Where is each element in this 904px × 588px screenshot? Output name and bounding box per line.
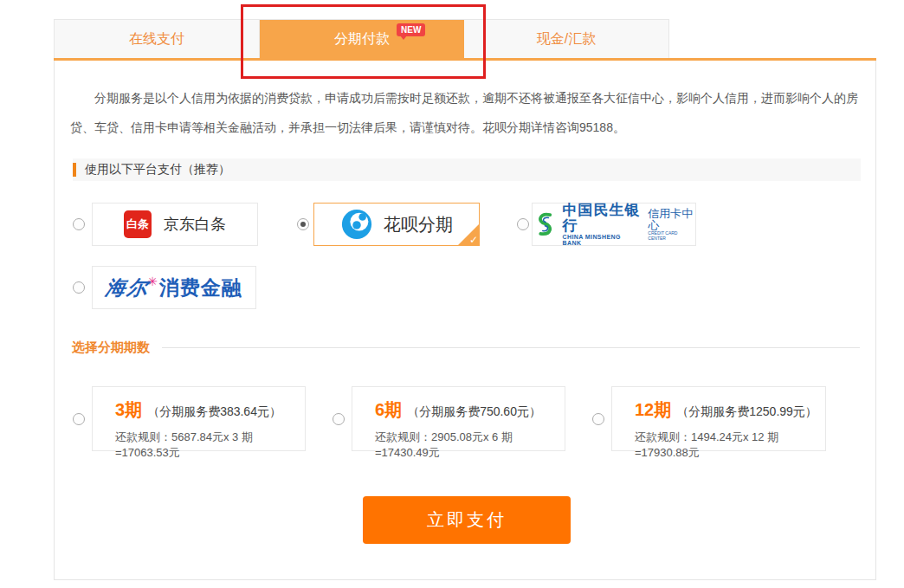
installment-6-line1: 6期 （分期服务费750.60元） bbox=[375, 398, 565, 422]
minsheng-name-block: 中国民生银行 CHINA MINSHENG BANK bbox=[563, 203, 642, 246]
platform-option-jd-baitiao[interactable]: 白条 京东白条 bbox=[92, 203, 258, 246]
installment-option-6[interactable]: 6期 （分期服务费750.60元） 还款规则：2905.08元x 6 期=174… bbox=[352, 386, 565, 451]
haier-logo: 海尔 ✳ 消费金融 bbox=[106, 275, 242, 301]
installment-section-title: 选择分期期数 bbox=[72, 339, 150, 356]
radio-huabei[interactable] bbox=[297, 218, 309, 230]
radio-haier[interactable] bbox=[73, 281, 85, 294]
installment-12-rule: 还款规则：1494.24元x 12 期=17930.88元 bbox=[635, 430, 825, 461]
radio-installment-6[interactable] bbox=[333, 413, 345, 425]
orange-bar-icon bbox=[73, 163, 76, 177]
installment-6-rule: 还款规则：2905.08元x 6 期=17430.49元 bbox=[375, 430, 565, 461]
huabei-label: 花呗分期 bbox=[384, 213, 453, 236]
jd-baitiao-label: 京东白条 bbox=[164, 214, 226, 235]
minsheng-logo: 中国民生银行 CHINA MINSHENG BANK 信用卡中心 CREDIT … bbox=[533, 203, 695, 246]
platform-option-haier[interactable]: 海尔 ✳ 消费金融 bbox=[92, 266, 256, 309]
installment-option-12[interactable]: 12期 （分期服务费1250.99元） 还款规则：1494.24元x 12 期=… bbox=[611, 386, 826, 451]
radio-installment-3[interactable] bbox=[73, 413, 85, 425]
platform-section-header: 使用以下平台支付（推荐） bbox=[73, 158, 861, 181]
installment-12-line1: 12期 （分期服务费1250.99元） bbox=[635, 398, 825, 422]
radio-installment-12[interactable] bbox=[592, 413, 604, 425]
installment-12-fee: （分期服务费1250.99元） bbox=[676, 404, 817, 420]
section-divider-line bbox=[162, 347, 860, 348]
payment-page: 在线支付 分期付款 NEW 现金/汇款 分期服务是以个人信用为依据的消费贷款，申… bbox=[0, 0, 904, 588]
tab-online-payment[interactable]: 在线支付 bbox=[55, 20, 260, 59]
installment-panel: 分期服务是以个人信用为依据的消费贷款，申请成功后需按时足额还款，逾期不还将被通报… bbox=[54, 61, 876, 580]
minsheng-cardcenter-en-label: CREDIT CARD CENTER bbox=[648, 231, 695, 241]
radio-minsheng[interactable] bbox=[517, 218, 529, 230]
check-icon: ✓ bbox=[469, 234, 478, 246]
payment-method-tabs: 在线支付 分期付款 NEW 现金/汇款 bbox=[54, 19, 669, 59]
installment-section-header: 选择分期期数 bbox=[72, 339, 860, 356]
installment-option-3[interactable]: 3期 （分期服务费383.64元） 还款规则：5687.84元x 3 期=170… bbox=[92, 386, 306, 451]
radio-jd-baitiao[interactable] bbox=[73, 218, 85, 230]
platform-section-title: 使用以下平台支付（推荐） bbox=[85, 162, 230, 178]
minsheng-cardcenter-cn-label: 信用卡中心 bbox=[648, 208, 695, 231]
haier-rest-label: 消费金融 bbox=[159, 275, 242, 301]
tab-cash-remittance[interactable]: 现金/汇款 bbox=[464, 20, 668, 59]
pay-now-button[interactable]: 立即支付 bbox=[363, 496, 571, 544]
installment-3-fee: （分期服务费383.64元） bbox=[147, 404, 281, 420]
installment-12-term: 12期 bbox=[635, 398, 671, 422]
installment-notice-text: 分期服务是以个人信用为依据的消费贷款，申请成功后需按时足额还款，逾期不还将被通报… bbox=[70, 83, 863, 142]
installment-6-term: 6期 bbox=[375, 398, 402, 422]
jd-baitiao-logo-icon: 白条 bbox=[124, 210, 152, 238]
minsheng-en-label: CHINA MINSHENG BANK bbox=[563, 234, 642, 247]
installment-3-line1: 3期 （分期服务费383.64元） bbox=[115, 398, 305, 422]
haier-script-label: 海尔 bbox=[104, 275, 151, 301]
minsheng-cn-label: 中国民生银行 bbox=[563, 203, 642, 234]
huabei-logo-icon bbox=[340, 208, 373, 241]
installment-3-rule: 还款规则：5687.84元x 3 期=17063.53元 bbox=[115, 430, 305, 461]
tab-online-payment-label: 在线支付 bbox=[129, 30, 184, 48]
tab-installment-payment[interactable]: 分期付款 NEW bbox=[260, 20, 464, 59]
installment-3-term: 3期 bbox=[115, 398, 142, 422]
new-badge: NEW bbox=[397, 23, 425, 36]
platform-option-minsheng[interactable]: 中国民生银行 CHINA MINSHENG BANK 信用卡中心 CREDIT … bbox=[532, 203, 696, 246]
minsheng-cardcenter-block: 信用卡中心 CREDIT CARD CENTER bbox=[648, 208, 695, 241]
installment-6-fee: （分期服务费750.60元） bbox=[407, 404, 541, 420]
platform-option-huabei[interactable]: 花呗分期 ✓ bbox=[313, 203, 480, 246]
minsheng-s-icon bbox=[533, 209, 558, 240]
tab-cash-remittance-label: 现金/汇款 bbox=[537, 30, 596, 48]
tab-installment-payment-label: 分期付款 bbox=[334, 30, 390, 48]
